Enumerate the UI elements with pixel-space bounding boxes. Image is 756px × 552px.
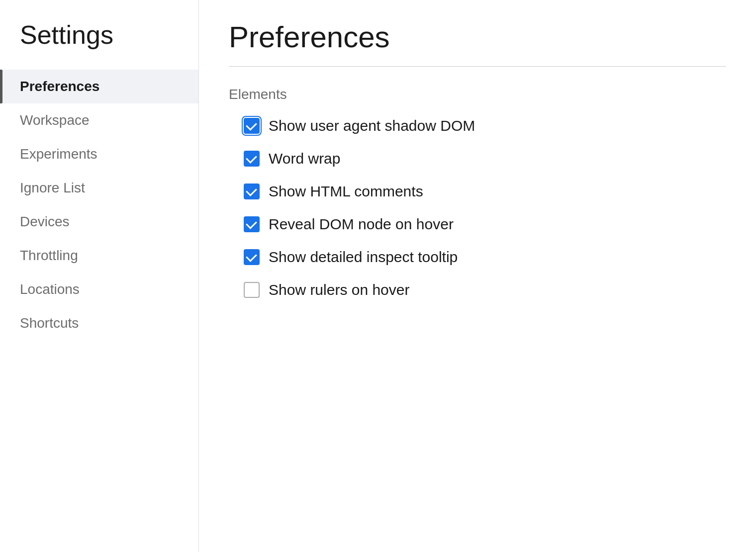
checkbox-item-show-inspect-tooltip[interactable]: Show detailed inspect tooltip xyxy=(244,249,726,266)
checkbox-label-show-rulers-hover: Show rulers on hover xyxy=(269,281,409,298)
sidebar-item-experiments[interactable]: Experiments xyxy=(0,137,198,171)
sections-container: ElementsShow user agent shadow DOMWord w… xyxy=(229,87,726,298)
checkbox-label-show-shadow-dom: Show user agent shadow DOM xyxy=(269,117,475,134)
sidebar-item-preferences[interactable]: Preferences xyxy=(0,70,198,103)
checkbox-label-show-html-comments: Show HTML comments xyxy=(269,183,423,200)
divider xyxy=(229,66,726,67)
sidebar: Settings PreferencesWorkspaceExperiments… xyxy=(0,0,199,552)
sidebar-item-workspace[interactable]: Workspace xyxy=(0,103,198,137)
checkbox-label-word-wrap: Word wrap xyxy=(269,150,341,167)
section-title-elements: Elements xyxy=(229,87,726,102)
main-content: Preferences ElementsShow user agent shad… xyxy=(199,0,756,552)
checkbox-reveal-dom-hover[interactable] xyxy=(244,216,260,232)
checkbox-label-reveal-dom-hover: Reveal DOM node on hover xyxy=(269,216,454,233)
checkbox-show-html-comments[interactable] xyxy=(244,184,260,199)
sidebar-item-throttling[interactable]: Throttling xyxy=(0,239,198,273)
checkbox-label-show-inspect-tooltip: Show detailed inspect tooltip xyxy=(269,249,458,266)
sidebar-item-locations[interactable]: Locations xyxy=(0,273,198,306)
section-elements: ElementsShow user agent shadow DOMWord w… xyxy=(229,87,726,298)
checkbox-item-show-html-comments[interactable]: Show HTML comments xyxy=(244,183,726,200)
checkbox-show-rulers-hover[interactable] xyxy=(244,282,260,298)
checkbox-item-word-wrap[interactable]: Word wrap xyxy=(244,150,726,167)
checkbox-item-reveal-dom-hover[interactable]: Reveal DOM node on hover xyxy=(244,216,726,233)
sidebar-item-devices[interactable]: Devices xyxy=(0,205,198,239)
checkbox-word-wrap[interactable] xyxy=(244,151,260,167)
sidebar-item-shortcuts[interactable]: Shortcuts xyxy=(0,306,198,340)
sidebar-item-ignore-list[interactable]: Ignore List xyxy=(0,171,198,205)
checkbox-show-shadow-dom[interactable] xyxy=(244,118,260,134)
checkbox-show-inspect-tooltip[interactable] xyxy=(244,249,260,265)
checkbox-item-show-rulers-hover[interactable]: Show rulers on hover xyxy=(244,281,726,298)
checkbox-item-show-shadow-dom[interactable]: Show user agent shadow DOM xyxy=(244,117,726,134)
page-title: Preferences xyxy=(229,20,726,54)
checkbox-list-elements: Show user agent shadow DOMWord wrapShow … xyxy=(229,117,726,298)
sidebar-nav: PreferencesWorkspaceExperimentsIgnore Li… xyxy=(0,70,198,340)
sidebar-title: Settings xyxy=(0,20,198,70)
